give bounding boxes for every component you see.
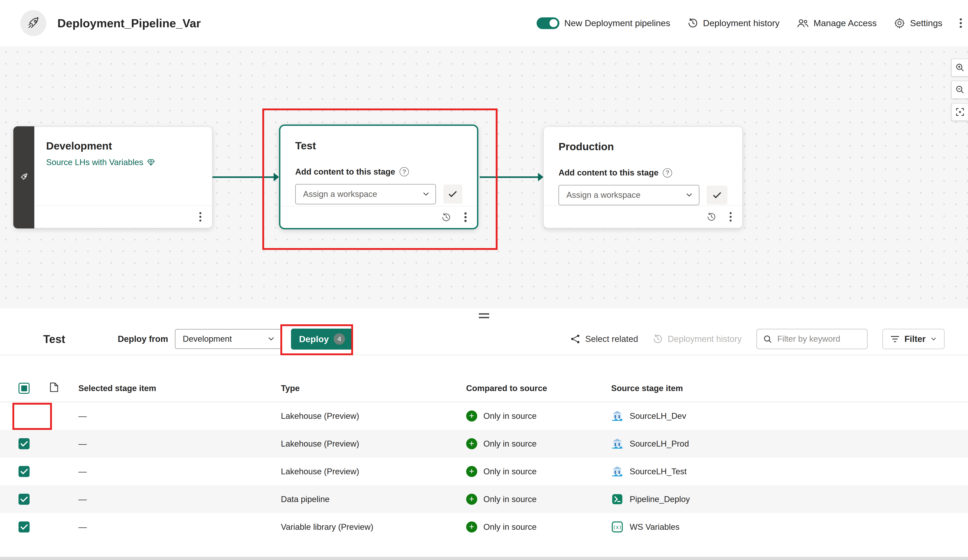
stage-history-button[interactable] <box>442 213 451 222</box>
page-title: Deployment_Pipeline_Var <box>57 17 201 30</box>
more-options-button[interactable] <box>960 22 962 24</box>
manage-access-label: Manage Access <box>814 18 877 28</box>
item-type: Lakehouse (Preview) <box>281 467 466 476</box>
stage-card-body: Production Add content to this stage Ass… <box>544 127 742 205</box>
item-type: Lakehouse (Preview) <box>281 439 466 449</box>
select-all-cell[interactable] <box>18 383 50 394</box>
app-header: Deployment_Pipeline_Var New Deployment p… <box>0 0 968 46</box>
table-row[interactable]: — Lakehouse (Preview) Only in source Sou… <box>0 458 968 486</box>
table-row[interactable]: — Data pipeline Only in source Pipeline_… <box>0 486 968 513</box>
bottom-scroll-strip[interactable] <box>0 557 968 560</box>
new-deployment-pipelines-toggle[interactable] <box>537 17 559 29</box>
stage-more-button[interactable] <box>199 216 202 218</box>
arrowhead-icon <box>538 173 544 181</box>
compared-to-source: Only in source <box>483 439 537 449</box>
add-content-row: Add content to this stage <box>559 168 728 177</box>
keyword-filter-searchbox[interactable] <box>756 329 867 349</box>
compared-to-source-cell: Only in source <box>466 522 611 532</box>
assign-workspace-placeholder: Assign a workspace <box>303 190 377 199</box>
pipeline-canvas[interactable]: Development Source LHs with Variables Te… <box>0 46 968 308</box>
history-icon <box>442 213 451 222</box>
source-stage-item-name: SourceLH_Test <box>630 467 686 476</box>
row-checkbox[interactable] <box>18 466 30 477</box>
deploy-button[interactable]: Deploy 4 <box>291 329 353 350</box>
filter-button-label: Filter <box>905 334 926 344</box>
row-checkbox-cell[interactable] <box>18 438 50 449</box>
history-icon <box>688 18 698 28</box>
row-checkbox-cell[interactable] <box>18 522 50 532</box>
fit-to-screen-button[interactable] <box>951 103 968 121</box>
only-in-source-icon <box>466 438 477 449</box>
canvas-zoom-controls <box>951 59 968 121</box>
settings-label: Settings <box>910 18 942 28</box>
table-row[interactable]: — Lakehouse (Preview) Only in source Sou… <box>0 430 968 458</box>
arrowhead-icon <box>273 173 279 181</box>
only-in-source-icon <box>466 494 477 505</box>
header-left: Deployment_Pipeline_Var <box>0 10 201 36</box>
only-in-source-icon <box>466 522 477 532</box>
zoom-out-icon <box>955 85 965 94</box>
deployment-history-button-disabled[interactable]: Deployment history <box>653 334 742 344</box>
row-checkbox[interactable] <box>18 522 30 532</box>
compared-to-source-cell: Only in source <box>466 466 611 477</box>
assign-workspace-dropdown[interactable]: Assign a workspace <box>295 184 436 204</box>
rocket-icon <box>27 16 40 30</box>
deployment-history-button[interactable]: Deployment history <box>688 18 780 28</box>
confirm-assign-button[interactable] <box>443 185 462 204</box>
compared-to-source-cell: Only in source <box>466 410 611 421</box>
source-item-icon <box>611 438 623 450</box>
assign-workspace-dropdown[interactable]: Assign a workspace <box>559 185 699 205</box>
chevron-down-icon <box>423 192 429 196</box>
selected-stage-item: — <box>78 467 281 476</box>
stage-more-button[interactable] <box>729 216 732 218</box>
table-row[interactable]: — Variable library (Preview) Only in sou… <box>0 513 968 541</box>
settings-button[interactable]: Settings <box>894 18 942 29</box>
zoom-out-button[interactable] <box>951 81 968 99</box>
item-icon-header <box>50 382 79 395</box>
column-header-type: Type <box>281 384 466 393</box>
source-item-icon <box>611 465 623 478</box>
compared-to-source: Only in source <box>483 522 537 532</box>
zoom-in-button[interactable] <box>951 59 968 76</box>
table-header-row: Selected stage item Type Compared to sou… <box>0 375 968 402</box>
manage-access-button[interactable]: Manage Access <box>797 18 877 28</box>
deploy-from-value: Development <box>183 334 232 344</box>
deploy-from-dropdown[interactable]: Development <box>175 329 281 349</box>
filter-button[interactable]: Filter <box>882 329 945 349</box>
deploy-count-badge: 4 <box>334 333 345 344</box>
file-icon <box>50 382 59 392</box>
table-row[interactable]: — Lakehouse (Preview) Only in source Sou… <box>0 402 968 430</box>
row-checkbox[interactable] <box>18 438 30 449</box>
help-icon[interactable] <box>663 168 672 177</box>
stage-card-test[interactable]: Test Add content to this stage Assign a … <box>279 124 478 230</box>
source-stage-item-name: Pipeline_Deploy <box>630 495 690 504</box>
canvas-splitter[interactable] <box>0 308 968 323</box>
row-checkbox-cell[interactable] <box>18 494 50 505</box>
people-icon <box>797 18 809 28</box>
select-all-checkbox[interactable] <box>18 383 30 394</box>
stage-history-button[interactable] <box>707 212 716 221</box>
toggle-knob <box>549 19 558 27</box>
confirm-assign-button[interactable] <box>706 186 728 205</box>
table-body: — Lakehouse (Preview) Only in source Sou… <box>0 402 968 541</box>
keyword-filter-input[interactable] <box>777 334 861 344</box>
stage-card-production[interactable]: Production Add content to this stage Ass… <box>544 127 743 228</box>
new-pipelines-toggle-group: New Deployment pipelines <box>537 17 670 29</box>
help-icon[interactable] <box>399 167 409 176</box>
checkmark-icon <box>448 190 457 198</box>
source-stage-item-cell: Pipeline_Deploy <box>611 493 968 505</box>
deployment-history-label: Deployment history <box>703 18 779 28</box>
stage-more-button[interactable] <box>464 216 467 218</box>
stage-card-development[interactable]: Development Source LHs with Variables <box>13 127 212 228</box>
toolbar-right-group: Select related Deployment history Filter <box>570 329 945 349</box>
header-actions: New Deployment pipelines Deployment hist… <box>537 17 968 29</box>
row-checkbox[interactable] <box>18 494 30 505</box>
chevron-down-icon <box>268 337 275 341</box>
stage-toolbar: Test Deploy from Development Deploy 4 Se… <box>0 323 968 355</box>
workspace-link[interactable]: Source LHs with Variables <box>46 158 155 167</box>
stage-card-footer <box>34 205 212 228</box>
compared-to-source: Only in source <box>483 467 537 476</box>
row-checkbox-cell[interactable] <box>18 466 50 477</box>
compared-to-source-cell: Only in source <box>466 438 611 449</box>
select-related-button[interactable]: Select related <box>570 334 638 344</box>
